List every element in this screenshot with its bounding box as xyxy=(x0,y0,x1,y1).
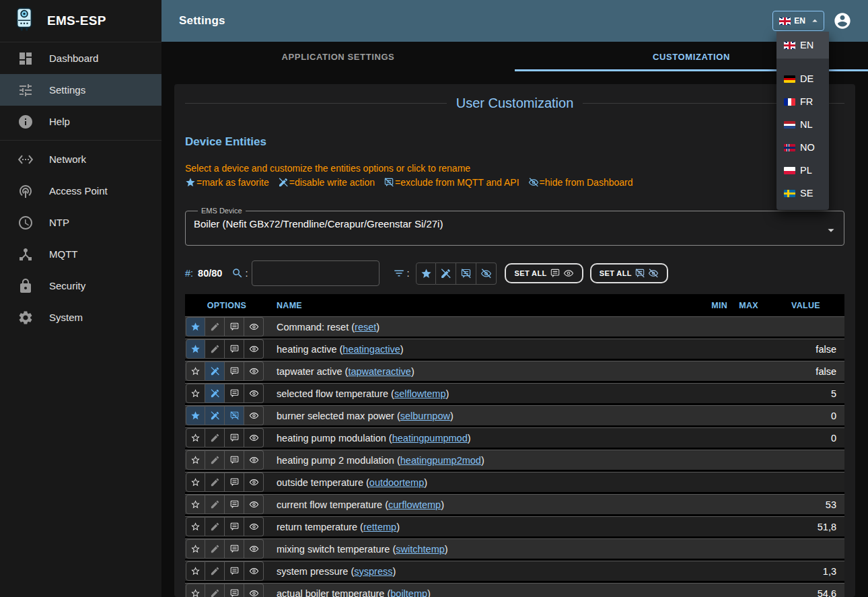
mqtt-exclude-toggle[interactable] xyxy=(225,495,244,514)
sidebar-item-mqtt[interactable]: MQTT xyxy=(0,238,161,270)
sidebar-item-system[interactable]: System xyxy=(0,302,161,333)
entity-shortname-link[interactable]: syspress xyxy=(354,566,392,577)
entity-name[interactable]: Command: reset (reset) xyxy=(268,322,688,332)
hide-toggle[interactable] xyxy=(244,472,264,492)
favorite-toggle[interactable] xyxy=(186,517,205,536)
entity-name[interactable]: system pressure (syspress) xyxy=(268,566,688,577)
entity-shortname-link[interactable]: rettemp xyxy=(363,522,396,532)
write-toggle[interactable] xyxy=(205,384,225,403)
mqtt-exclude-toggle[interactable] xyxy=(225,317,244,337)
mqtt-exclude-toggle[interactable] xyxy=(225,384,244,403)
entity-name[interactable]: mixing switch temperature (switchtemp) xyxy=(268,544,688,555)
hide-toggle[interactable] xyxy=(244,317,264,337)
hide-toggle[interactable] xyxy=(244,495,264,514)
hide-toggle[interactable] xyxy=(244,361,264,381)
hide-toggle[interactable] xyxy=(244,584,264,597)
entity-name[interactable]: heating active (heatingactive) xyxy=(268,344,688,355)
account-button[interactable] xyxy=(833,11,852,30)
sidebar-item-help[interactable]: Help xyxy=(0,106,161,137)
entity-shortname-link[interactable]: heatingactive xyxy=(342,344,400,355)
mqtt-exclude-toggle[interactable] xyxy=(225,361,244,381)
favorite-toggle[interactable] xyxy=(186,472,205,492)
entity-shortname-link[interactable]: selflowtemp xyxy=(394,388,446,399)
write-toggle[interactable] xyxy=(205,539,225,559)
hide-toggle[interactable] xyxy=(244,450,264,470)
language-option-nl[interactable]: NL xyxy=(776,113,829,136)
mqtt-exclude-toggle[interactable] xyxy=(225,406,244,425)
entity-shortname-link[interactable]: switchtemp xyxy=(396,544,445,555)
favorite-toggle[interactable] xyxy=(186,361,205,381)
sidebar-item-access-point[interactable]: Access Point xyxy=(0,175,161,207)
mqtt-exclude-toggle[interactable] xyxy=(225,561,244,581)
language-option-se[interactable]: SE xyxy=(776,182,829,205)
favorite-toggle[interactable] xyxy=(186,584,205,597)
sidebar-item-ntp[interactable]: NTP xyxy=(0,207,161,238)
write-toggle[interactable] xyxy=(205,584,225,597)
write-toggle[interactable] xyxy=(205,517,225,536)
entity-shortname-link[interactable]: heatingpumpmod xyxy=(392,433,468,444)
sidebar-item-network[interactable]: Network xyxy=(0,143,161,175)
write-toggle[interactable] xyxy=(205,561,225,581)
filter-toggle-edit-off[interactable] xyxy=(436,262,456,285)
language-option-en[interactable]: EN xyxy=(776,32,829,59)
hide-toggle[interactable] xyxy=(244,406,264,425)
favorite-toggle[interactable] xyxy=(186,428,205,448)
sidebar-item-security[interactable]: Security xyxy=(0,270,161,302)
language-option-no[interactable]: NO xyxy=(776,136,829,159)
mqtt-exclude-toggle[interactable] xyxy=(225,339,244,359)
write-toggle[interactable] xyxy=(205,495,225,514)
mqtt-exclude-toggle[interactable] xyxy=(225,584,244,597)
entity-shortname-link[interactable]: tapwateractive xyxy=(348,366,411,377)
language-selector-button[interactable]: EN xyxy=(772,11,824,31)
favorite-toggle[interactable] xyxy=(186,539,205,559)
hide-toggle[interactable] xyxy=(244,384,264,403)
mqtt-exclude-toggle[interactable] xyxy=(225,539,244,559)
favorite-toggle[interactable] xyxy=(186,384,205,403)
entity-shortname-link[interactable]: reset xyxy=(355,322,376,332)
write-toggle[interactable] xyxy=(205,406,225,425)
entity-name[interactable]: outside temperature (outdoortemp) xyxy=(268,477,688,488)
write-toggle[interactable] xyxy=(205,428,225,448)
set-all-button-show[interactable]: SET ALL xyxy=(505,263,583,283)
entity-name[interactable]: heating pump modulation (heatingpumpmod) xyxy=(268,433,688,444)
hide-toggle[interactable] xyxy=(244,517,264,536)
entity-shortname-link[interactable]: outdoortemp xyxy=(369,477,424,488)
favorite-toggle[interactable] xyxy=(186,339,205,359)
set-all-button-hide[interactable]: SET ALL xyxy=(590,263,668,283)
sidebar-item-dashboard[interactable]: Dashboard xyxy=(0,42,161,74)
entity-name[interactable]: actual boiler temperature (boiltemp) xyxy=(268,588,688,597)
mqtt-exclude-toggle[interactable] xyxy=(225,472,244,492)
entity-shortname-link[interactable]: selburnpow xyxy=(400,411,450,421)
favorite-toggle[interactable] xyxy=(186,450,205,470)
entity-name[interactable]: return temperature (rettemp) xyxy=(268,522,688,532)
language-option-pl[interactable]: PL xyxy=(776,159,829,182)
write-toggle[interactable] xyxy=(205,317,225,337)
entity-name[interactable]: selected flow temperature (selflowtemp) xyxy=(268,388,688,399)
write-toggle[interactable] xyxy=(205,450,225,470)
hide-toggle[interactable] xyxy=(244,539,264,559)
entity-name[interactable]: heating pump 2 modulation (heatingpump2m… xyxy=(268,455,688,466)
tab-application-settings[interactable]: APPLICATION SETTINGS xyxy=(161,42,515,71)
language-option-fr[interactable]: FR xyxy=(776,90,829,113)
favorite-toggle[interactable] xyxy=(186,561,205,581)
mqtt-exclude-toggle[interactable] xyxy=(225,428,244,448)
favorite-toggle[interactable] xyxy=(186,317,205,337)
write-toggle[interactable] xyxy=(205,472,225,492)
entity-shortname-link[interactable]: heatingpump2mod xyxy=(400,455,481,466)
hide-toggle[interactable] xyxy=(244,428,264,448)
write-toggle[interactable] xyxy=(205,361,225,381)
ems-device-select[interactable]: EMS Device Boiler (Nefit GBx72/Trendline… xyxy=(185,207,844,246)
hide-toggle[interactable] xyxy=(244,561,264,581)
search-input[interactable] xyxy=(252,260,379,286)
entity-name[interactable]: tapwater active (tapwateractive) xyxy=(268,366,688,377)
favorite-toggle[interactable] xyxy=(186,495,205,514)
mqtt-exclude-toggle[interactable] xyxy=(225,517,244,536)
favorite-toggle[interactable] xyxy=(186,406,205,425)
language-option-de[interactable]: DE xyxy=(776,67,829,90)
filter-toggle-comment-off[interactable] xyxy=(456,262,476,285)
sidebar-item-settings[interactable]: Settings xyxy=(0,74,161,106)
mqtt-exclude-toggle[interactable] xyxy=(225,450,244,470)
write-toggle[interactable] xyxy=(205,339,225,359)
entity-shortname-link[interactable]: curflowtemp xyxy=(388,499,441,510)
entity-name[interactable]: current flow temperature (curflowtemp) xyxy=(268,499,688,510)
